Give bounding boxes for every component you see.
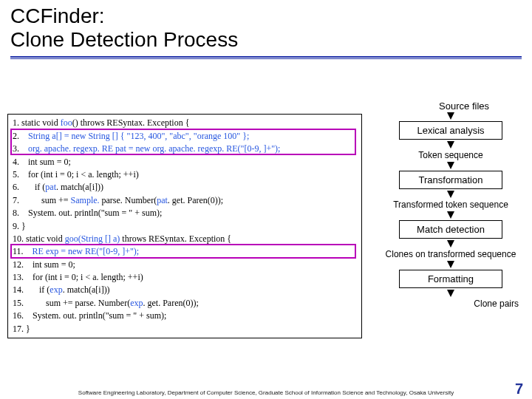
stage-match: Match detection [399,220,502,239]
stage-txt-token: Token sequence [377,150,525,160]
arrow-icon [447,261,454,268]
stage-txt-pairs: Clone pairs [377,299,525,309]
page-number: 7 [515,381,523,398]
stage-formatting: Formatting [399,270,502,288]
stage-txt-clones: Clones on transformed sequence [377,249,525,259]
code-listing: 1. static void foo() throws RESyntax. Ex… [7,114,362,338]
arrow-icon [447,211,454,219]
arrow-icon [447,112,454,120]
arrow-icon [447,191,454,198]
stage-transformation: Transformation [399,171,502,189]
arrow-icon [447,162,454,169]
content-area: Source files 1. static void foo() throws… [0,59,532,377]
slide-title: CCFinder: Clone Detection Process [10,4,522,52]
arrow-icon [447,240,454,248]
pipeline: Lexical analysis Token sequence Transfor… [377,111,525,310]
stage-txt-transformed: Transformed token sequence [377,200,525,210]
arrow-icon [447,141,454,149]
stage-lexical: Lexical analysis [399,121,502,140]
source-files-label: Source files [439,100,489,112]
arrow-icon [447,290,454,297]
footer-affiliation: Software Engineering Laboratory, Departm… [0,389,532,396]
